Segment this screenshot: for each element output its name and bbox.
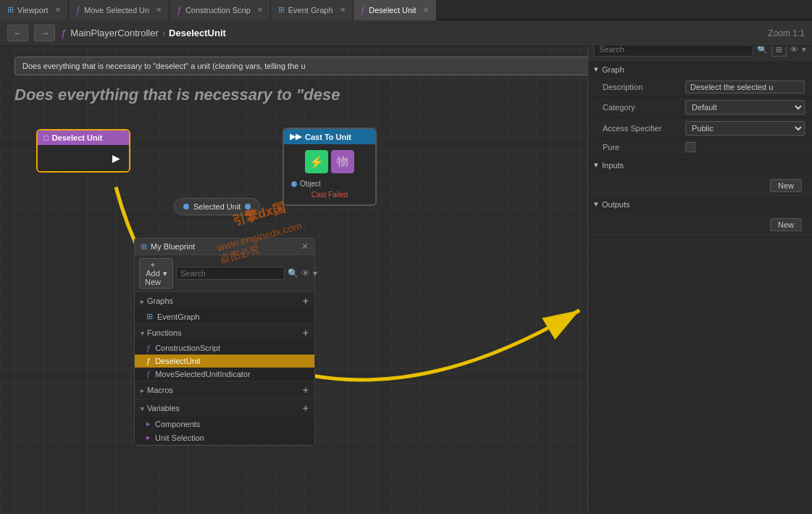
variables-items: ▸ Components ▸ Unit Selection — [135, 417, 314, 444]
graphs-section-left: ▸ Graphs — [141, 297, 173, 305]
function-icon-2: ƒ — [177, 5, 182, 15]
cast-to-unit-node[interactable]: ▶▶ Cast To Unit ⚡ 物 Object — [282, 128, 377, 206]
construction-script-label: ConstructionScript — [155, 344, 220, 352]
close-deselect-icon[interactable]: ✕ — [423, 6, 429, 14]
panel-toolbar: + Add New ▾ 🔍 👁 ▾ — [135, 255, 314, 292]
tab-label-viewport: Viewport — [17, 6, 49, 14]
variables-section-header[interactable]: ▾ Variables + — [135, 399, 314, 417]
blueprint-eye-button[interactable]: 👁 — [301, 268, 310, 278]
pure-value — [685, 142, 805, 152]
eventgraph-item[interactable]: ⊞ EventGraph — [135, 310, 314, 323]
description-input[interactable] — [685, 80, 805, 94]
selected-unit-node[interactable]: Selected Unit — [174, 198, 260, 215]
breadcrumb-current: DeselectUnit — [169, 28, 226, 38]
construction-script-item[interactable]: ƒ ConstructionScript — [135, 341, 314, 355]
exec-pin: ▶ — [41, 149, 126, 167]
deselect-unit-header: □ Deselect Unit — [38, 130, 129, 145]
graphs-add-icon[interactable]: + — [303, 295, 309, 307]
macros-section-header[interactable]: ▸ Macros + — [135, 381, 314, 399]
unit-selection-icon: ▸ — [146, 433, 151, 442]
graphs-arrow-icon: ▸ — [141, 297, 144, 305]
components-label: Components — [155, 420, 200, 428]
variables-add-icon[interactable]: + — [303, 402, 309, 414]
functions-section-header[interactable]: ▾ Functions + — [135, 324, 314, 341]
blueprint-search-input[interactable] — [176, 267, 285, 280]
eventgraph-icon: ⊞ — [146, 312, 153, 321]
eventgraph-label: EventGraph — [157, 312, 200, 321]
add-new-label: + Add New — [145, 260, 161, 286]
tab-construction[interactable]: ƒ Construction Scrip ✕ — [169, 0, 271, 20]
toolbar-row: ← → ƒ MainPlayerController › DeselectUni… — [0, 20, 812, 46]
close-viewport-icon[interactable]: ✕ — [55, 6, 61, 14]
back-button[interactable]: ← — [7, 25, 28, 41]
blueprint-search-icon-button[interactable]: 🔍 — [288, 268, 298, 278]
macros-section: ▸ Macros + — [135, 381, 314, 399]
move-selected-item[interactable]: ƒ MoveSelectedUnitIndicator — [135, 368, 314, 381]
deselect-unit-item[interactable]: ƒ DeselectUnit — [135, 355, 314, 368]
breadcrumb-path: MainPlayerController — [70, 28, 158, 38]
inputs-new-button[interactable]: New — [770, 179, 802, 192]
access-specifier-select[interactable]: Public — [685, 121, 805, 136]
move-selected-label: MoveSelectedUnitIndicator — [155, 370, 250, 378]
components-icon: ▸ — [146, 419, 151, 428]
functions-add-icon[interactable]: + — [303, 327, 309, 339]
description-label: Description — [603, 83, 682, 91]
grid-icon-1: ⊞ — [278, 5, 285, 14]
cast-to-unit-header: ▶▶ Cast To Unit — [284, 129, 375, 144]
cast-icons-row: ⚡ 物 — [287, 147, 372, 176]
my-blueprint-panel: ⊞ My Blueprint ✕ + Add New ▾ 🔍 👁 ▾ — [134, 238, 315, 446]
outputs-section-label: Outputs — [602, 200, 630, 209]
tab-bar: ⊞ Viewport ✕ ƒ Move Selected Un ✕ ƒ Cons… — [0, 0, 812, 20]
graph-section-header[interactable]: ▾ Graph — [588, 61, 812, 78]
add-new-button[interactable]: + Add New ▾ — [139, 258, 173, 289]
components-item[interactable]: ▸ Components — [135, 417, 314, 431]
graph-section-arrow: ▾ — [594, 65, 598, 74]
inputs-arrow-icon: ▾ — [594, 160, 598, 170]
tab-viewport[interactable]: ⊞ Viewport ✕ — [0, 0, 69, 20]
selected-unit-output-dot — [245, 204, 251, 210]
big-comment-text: Does everything that is necessary to "de… — [14, 86, 340, 104]
forward-button[interactable]: → — [34, 25, 55, 41]
tab-deselect-unit[interactable]: ƒ Deselect Unit ✕ — [353, 0, 437, 20]
graphs-section-header[interactable]: ▸ Graphs + — [135, 292, 314, 310]
selected-unit-dot — [183, 204, 189, 210]
cast-failed-label: Cast Failed — [291, 189, 368, 200]
outputs-new-button[interactable]: New — [770, 218, 802, 231]
cast-exec-icon: ▶▶ — [290, 132, 301, 141]
tab-move-selected[interactable]: ƒ Move Selected Un ✕ — [69, 0, 170, 20]
inputs-section-label: Inputs — [602, 161, 624, 170]
macros-add-icon[interactable]: + — [303, 384, 309, 396]
graph-section: ▾ Graph Description Category Default Acc… — [588, 61, 812, 157]
category-select[interactable]: Default — [685, 100, 805, 115]
outputs-sub-section: New — [588, 212, 812, 218]
pure-checkbox[interactable] — [685, 142, 695, 152]
inputs-section-header[interactable]: ▾ Inputs — [588, 157, 812, 173]
blueprint-options-button[interactable]: ▾ — [313, 268, 317, 278]
blueprint-icon: ƒ — [61, 27, 67, 39]
outputs-arrow-icon: ▾ — [594, 199, 598, 209]
graphs-label: Graphs — [147, 297, 173, 305]
outputs-section-header[interactable]: ▾ Outputs — [588, 196, 812, 212]
deselect-unit-label: Deselect Unit — [52, 133, 103, 142]
comment-text: Does everything that is necessary to "de… — [22, 62, 306, 70]
cast-purple-icon: 物 — [331, 150, 354, 173]
unit-selection-item[interactable]: ▸ Unit Selection — [135, 431, 314, 444]
object-pin-dot — [291, 181, 297, 187]
close-move-icon[interactable]: ✕ — [156, 6, 162, 14]
cast-to-unit-label: Cast To Unit — [305, 133, 351, 141]
graphs-section: ▸ Graphs + ⊞ EventGraph — [135, 292, 314, 324]
panel-close-icon[interactable]: ✕ — [301, 241, 309, 252]
close-event-icon[interactable]: ✕ — [340, 6, 346, 14]
tab-event-graph[interactable]: ⊞ Event Graph ✕ — [271, 0, 353, 20]
construction-icon: ƒ — [146, 344, 151, 352]
graph-section-label: Graph — [602, 65, 624, 74]
close-construction-icon[interactable]: ✕ — [257, 6, 263, 14]
variables-section-left: ▾ Variables — [141, 404, 180, 413]
main-area: ← → ƒ MainPlayerController › DeselectUni… — [0, 20, 812, 514]
macros-arrow-icon: ▸ — [141, 386, 144, 394]
object-pin: Object — [291, 180, 368, 188]
category-row: Category Default — [588, 97, 812, 118]
tab-label-move: Move Selected Un — [84, 6, 149, 14]
zoom-label: Zoom 1:1 — [768, 28, 805, 38]
deselect-unit-node[interactable]: □ Deselect Unit ▶ — [36, 129, 130, 173]
